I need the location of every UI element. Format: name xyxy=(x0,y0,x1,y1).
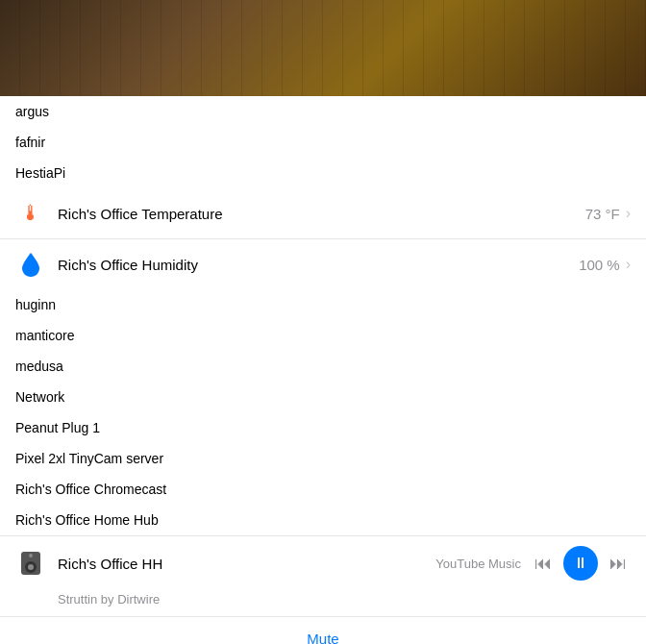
list-item[interactable]: huginn xyxy=(0,289,646,320)
thermometer-icon: 🌡 xyxy=(20,201,41,226)
list-item[interactable]: Pixel 2xl TinyCam server xyxy=(0,443,646,474)
temperature-value: 73 °F xyxy=(585,206,620,222)
speaker-icon-container xyxy=(15,548,46,579)
temperature-label: Rich's Office Temperature xyxy=(58,206,223,222)
list-item[interactable]: Rich's Office Chromecast xyxy=(0,474,646,505)
list-item[interactable]: Rich's Office Home Hub xyxy=(0,505,646,535)
list-item[interactable]: Network xyxy=(0,382,646,412)
temperature-info: Rich's Office Temperature xyxy=(58,206,585,222)
sensor-section: 🌡 Rich's Office Temperature 73 °F › Rich… xyxy=(0,188,646,289)
media-player-info: Rich's Office HH xyxy=(58,556,435,572)
media-player-section: Rich's Office HH YouTube Music ⏮ ⏸ ⏭ Str… xyxy=(0,535,646,644)
prev-button[interactable]: ⏮ xyxy=(531,550,556,578)
top-device-list: argus fafnir HestiaPi xyxy=(0,96,646,188)
humidity-row[interactable]: Rich's Office Humidity 100 % › xyxy=(0,238,646,289)
pause-button[interactable]: ⏸ xyxy=(563,546,598,581)
list-item[interactable]: Peanut Plug 1 xyxy=(0,412,646,443)
list-item[interactable]: fafnir xyxy=(0,127,646,158)
speaker-icon xyxy=(17,550,44,577)
humidity-value: 100 % xyxy=(579,257,620,273)
mute-row: Mute xyxy=(0,616,646,644)
list-item[interactable]: HestiaPi xyxy=(0,158,646,188)
song-title: Struttin by Dirtwire xyxy=(0,590,646,616)
list-item[interactable]: medusa xyxy=(0,351,646,382)
next-button[interactable]: ⏭ xyxy=(606,550,631,578)
droplet-icon xyxy=(19,251,42,278)
mute-button[interactable]: Mute xyxy=(307,627,338,644)
list-item[interactable]: argus xyxy=(0,96,646,127)
temperature-row[interactable]: 🌡 Rich's Office Temperature 73 °F › xyxy=(0,188,646,238)
humidity-label: Rich's Office Humidity xyxy=(58,257,198,273)
media-player-name: Rich's Office HH xyxy=(58,556,162,572)
middle-device-list: huginn manticore medusa Network Peanut P… xyxy=(0,289,646,535)
list-item[interactable]: manticore xyxy=(0,320,646,351)
svg-point-2 xyxy=(28,564,34,570)
media-controls: ⏮ ⏸ ⏭ xyxy=(531,546,631,581)
thermometer-icon-container: 🌡 xyxy=(15,198,46,229)
humidity-icon-container xyxy=(15,249,46,280)
temperature-chevron: › xyxy=(626,205,631,222)
hero-image xyxy=(0,0,646,96)
svg-point-3 xyxy=(29,554,33,557)
humidity-chevron: › xyxy=(626,256,631,273)
app-label: YouTube Music xyxy=(435,557,521,571)
media-player-row: Rich's Office HH YouTube Music ⏮ ⏸ ⏭ xyxy=(0,535,646,590)
humidity-info: Rich's Office Humidity xyxy=(58,257,579,273)
